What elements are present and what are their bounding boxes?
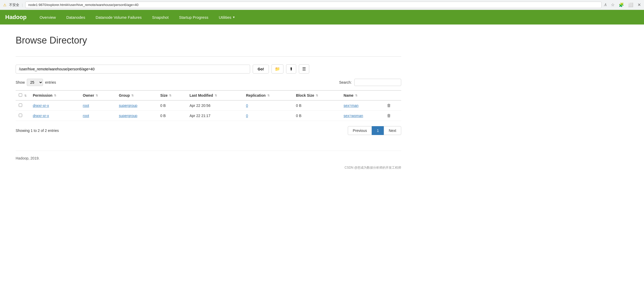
size-sort-icon[interactable]: ⇅	[169, 94, 171, 97]
col-group: Group ⇅	[116, 90, 157, 100]
main-content: Browse Directory Go! 📁 ⬆ ☰ Show 10 25 50…	[0, 25, 417, 180]
utilities-dropdown-arrow: ▼	[232, 16, 235, 19]
size-cell-1: 0 B	[157, 111, 186, 121]
name-link-0[interactable]: sex=man	[344, 103, 358, 108]
block-size-cell-0: 0 B	[293, 100, 340, 111]
upload-icon-button[interactable]: ⬆	[286, 64, 296, 74]
name-link-1[interactable]: sex=woman	[344, 114, 363, 118]
split-view-icon[interactable]: ⬜	[628, 2, 633, 7]
replication-sort-icon[interactable]: ⇅	[267, 94, 270, 97]
divider	[16, 56, 401, 57]
folder-icon: 📁	[275, 67, 280, 71]
list-icon: ☰	[302, 67, 306, 71]
owner-link-1[interactable]: root	[83, 114, 89, 118]
url-divider: |	[22, 3, 23, 7]
path-bar: Go! 📁 ⬆ ☰	[16, 64, 401, 74]
pagination-buttons: Previous 1 Next	[348, 126, 401, 135]
checkbox-sort-icon: ⇅	[24, 94, 27, 97]
search-label: Search:	[339, 80, 352, 84]
col-replication: Replication ⇅	[243, 90, 293, 100]
file-table: ⇅ Permission ⇅ Owner ⇅ Group	[16, 90, 401, 121]
select-all-checkbox[interactable]	[19, 93, 22, 97]
show-label: Show	[16, 80, 25, 84]
brand-logo[interactable]: Hadoop	[5, 14, 27, 21]
col-owner: Owner ⇅	[80, 90, 116, 100]
delete-icon-1[interactable]: 🗑	[387, 113, 391, 118]
nav-datanodes[interactable]: Datanodes	[61, 10, 90, 24]
delete-icon-0[interactable]: 🗑	[387, 103, 391, 108]
list-icon-button[interactable]: ☰	[299, 64, 309, 74]
permission-link-1[interactable]: drwxr-xr-x	[33, 114, 49, 118]
nav-datanode-volume-failures[interactable]: Datanode Volume Failures	[90, 10, 147, 24]
permission-link-0[interactable]: drwxr-xr-x	[33, 103, 49, 108]
col-last-modified: Last Modified ⇅	[187, 90, 243, 100]
entries-select[interactable]: 10 25 50 100	[27, 79, 43, 86]
upload-icon: ⬆	[289, 67, 293, 71]
col-actions	[384, 90, 401, 100]
group-link-0[interactable]: supergroup	[119, 103, 137, 108]
nav-startup-progress[interactable]: Startup Progress	[174, 10, 214, 24]
security-warning-icon: ⚠	[3, 3, 7, 7]
browser-icons: 𝐴 ☆ 🧩 ⬜ ✕	[604, 2, 641, 7]
extensions-icon[interactable]: 🧩	[619, 2, 624, 7]
more-icon[interactable]: ✕	[637, 2, 641, 7]
replication-link-0[interactable]: 0	[246, 103, 248, 108]
nav-overview[interactable]: Overview	[34, 10, 61, 24]
table-row: drwxr-xr-x root supergroup 0 B Apr 22 20…	[16, 100, 401, 111]
go-button[interactable]: Go!	[253, 65, 269, 74]
col-permission: Permission ⇅	[30, 90, 80, 100]
browser-bar: ⚠ 不安全 | 𝐴 ☆ 🧩 ⬜ ✕	[0, 0, 644, 10]
folder-icon-button[interactable]: 📁	[271, 64, 283, 74]
nav-snapshot[interactable]: Snapshot	[147, 10, 174, 24]
entries-label: entries	[45, 80, 56, 84]
security-warning-text: 不安全	[9, 3, 19, 7]
size-cell-0: 0 B	[157, 100, 186, 111]
show-bar: Show 10 25 50 100 entries Search:	[16, 79, 401, 86]
search-input[interactable]	[354, 79, 401, 86]
font-size-icon: 𝐴	[604, 2, 607, 7]
page-1-button[interactable]: 1	[372, 126, 384, 135]
path-input[interactable]	[16, 65, 250, 74]
row-checkbox-1[interactable]	[19, 114, 22, 117]
name-sort-icon[interactable]: ⇅	[355, 94, 357, 97]
table-row: drwxr-xr-x root supergroup 0 B Apr 22 21…	[16, 111, 401, 121]
permission-sort-icon[interactable]: ⇅	[54, 94, 56, 97]
last-modified-sort-icon[interactable]: ⇅	[215, 94, 217, 97]
next-button[interactable]: Next	[384, 126, 401, 135]
nav-utilities[interactable]: Utilities ▼	[214, 10, 240, 24]
pagination-bar: Showing 1 to 2 of 2 entries Previous 1 N…	[16, 126, 401, 135]
owner-link-0[interactable]: root	[83, 103, 89, 108]
row-checkbox-0[interactable]	[19, 103, 22, 107]
navbar: Hadoop Overview Datanodes Datanode Volum…	[0, 10, 644, 25]
group-link-1[interactable]: supergroup	[119, 114, 137, 118]
last-modified-cell-0: Apr 22 20:56	[187, 100, 243, 111]
block-size-cell-1: 0 B	[293, 111, 340, 121]
showing-text: Showing 1 to 2 of 2 entries	[16, 128, 59, 133]
block-size-sort-icon[interactable]: ⇅	[316, 94, 318, 97]
col-size: Size ⇅	[157, 90, 186, 100]
last-modified-cell-1: Apr 22 21:17	[187, 111, 243, 121]
replication-link-1[interactable]: 0	[246, 114, 248, 118]
col-block-size: Block Size ⇅	[293, 90, 340, 100]
footer: Hadoop, 2019. CSDN @想成为数据分析师的开发工程师	[16, 151, 401, 170]
footer-text: Hadoop, 2019.	[16, 156, 40, 160]
previous-button[interactable]: Previous	[348, 126, 372, 135]
footer-credit: CSDN @想成为数据分析师的开发工程师	[344, 166, 401, 169]
owner-sort-icon[interactable]: ⇅	[96, 94, 98, 97]
url-bar[interactable]	[25, 2, 602, 8]
col-name: Name ⇅	[340, 90, 384, 100]
group-sort-icon[interactable]: ⇅	[131, 94, 134, 97]
bookmark-icon[interactable]: ☆	[611, 2, 615, 7]
page-title: Browse Directory	[16, 35, 401, 46]
